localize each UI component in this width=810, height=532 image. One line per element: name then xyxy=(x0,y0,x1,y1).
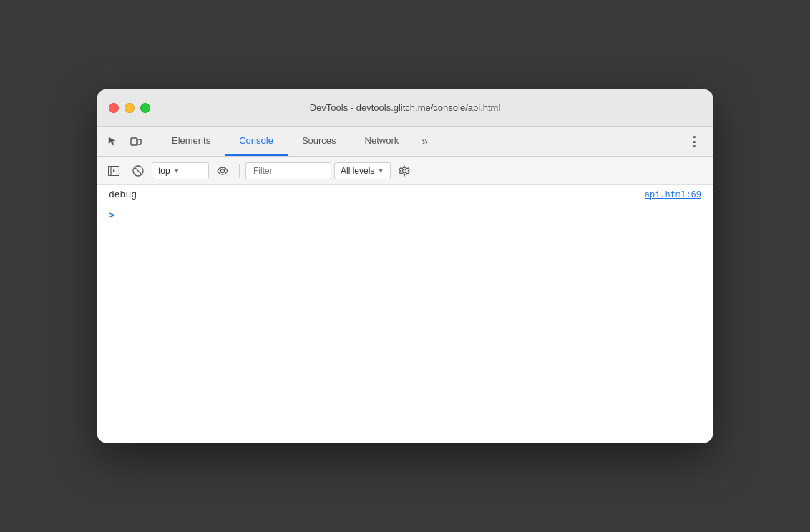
tab-network[interactable]: Network xyxy=(351,127,414,156)
toolbar-divider xyxy=(239,164,240,178)
svg-marker-4 xyxy=(113,169,115,172)
device-toggle-button[interactable] xyxy=(126,132,146,152)
close-button[interactable] xyxy=(109,103,119,113)
console-input-row[interactable]: > xyxy=(97,205,713,225)
console-cursor xyxy=(119,210,119,221)
svg-rect-0 xyxy=(131,138,137,145)
filter-input[interactable] xyxy=(245,162,331,179)
context-selector[interactable]: top ▼ xyxy=(152,162,209,179)
tab-bar: Elements Console Sources Network » ⋮ xyxy=(97,127,713,157)
svg-point-7 xyxy=(221,169,225,172)
log-levels-button[interactable]: All levels ▼ xyxy=(334,162,391,179)
more-tabs-button[interactable]: » xyxy=(413,127,436,156)
svg-point-8 xyxy=(403,169,406,172)
tab-sources[interactable]: Sources xyxy=(288,127,351,156)
clear-console-button[interactable] xyxy=(127,160,149,182)
devtools-menu-button[interactable]: ⋮ xyxy=(684,132,704,152)
tab-console[interactable]: Console xyxy=(225,127,288,156)
console-log-entry: debug api.html:69 xyxy=(97,185,713,205)
console-toolbar: top ▼ All levels ▼ xyxy=(97,157,713,185)
live-expression-button[interactable] xyxy=(212,160,233,182)
tab-elements[interactable]: Elements xyxy=(157,127,225,156)
tab-bar-right: ⋮ xyxy=(675,127,713,156)
inspect-element-button[interactable] xyxy=(103,132,123,152)
window-title: DevTools - devtools.glitch.me/console/ap… xyxy=(310,102,501,113)
inspector-icons xyxy=(103,127,157,156)
tabs: Elements Console Sources Network » xyxy=(157,127,675,156)
traffic-lights xyxy=(109,103,150,113)
console-log-link[interactable]: api.html:69 xyxy=(645,190,701,200)
maximize-button[interactable] xyxy=(140,103,150,113)
console-prompt-icon: > xyxy=(109,210,114,221)
svg-rect-1 xyxy=(137,139,141,144)
title-bar: DevTools - devtools.glitch.me/console/ap… xyxy=(97,89,713,127)
svg-line-6 xyxy=(135,168,141,174)
devtools-window: DevTools - devtools.glitch.me/console/ap… xyxy=(97,89,713,443)
settings-button[interactable] xyxy=(394,160,415,182)
sidebar-toggle-button[interactable] xyxy=(103,160,125,182)
console-log-text: debug xyxy=(109,189,137,200)
minimize-button[interactable] xyxy=(125,103,135,113)
console-area: debug api.html:69 > xyxy=(97,185,713,443)
